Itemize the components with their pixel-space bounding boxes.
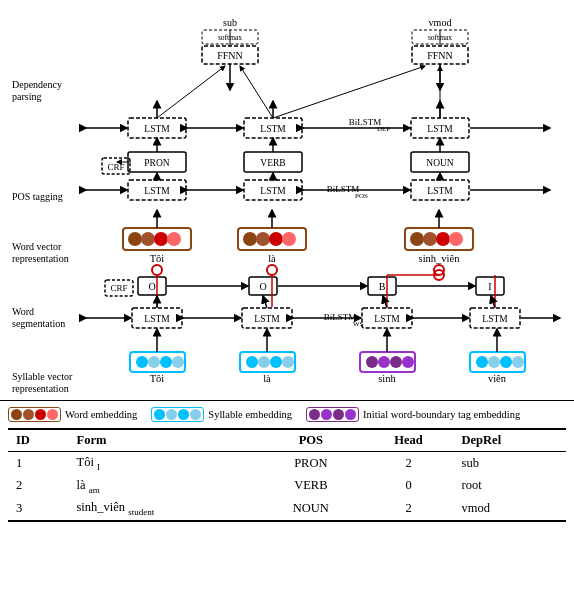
syllable-embedding-label: Syllable embedding — [208, 409, 292, 420]
cell-deprel-1: sub — [454, 452, 566, 475]
svg-point-13 — [378, 356, 390, 368]
word-vector-label: Word vector — [12, 241, 62, 252]
svg-point-35 — [154, 232, 168, 246]
word-text-la: là — [268, 253, 276, 264]
cell-id-3: 3 — [8, 497, 69, 521]
svg-text:O: O — [148, 281, 155, 292]
svg-point-45 — [152, 265, 162, 275]
cell-head-2: 0 — [364, 475, 454, 498]
col-head: Head — [364, 429, 454, 452]
dep-sub-label: sub — [223, 17, 237, 28]
svg-point-19 — [512, 356, 524, 368]
dep-parsing-label: Dependency — [12, 79, 62, 90]
svg-point-6 — [160, 356, 172, 368]
svg-point-44 — [449, 232, 463, 246]
svg-point-41 — [410, 232, 424, 246]
cell-id-2: 2 — [8, 475, 69, 498]
boundary-embedding-legend: Initial word-boundary tag embedding — [306, 407, 520, 422]
svg-point-33 — [128, 232, 142, 246]
cell-pos-3: NOUN — [258, 497, 363, 521]
svg-text:LSTM: LSTM — [482, 314, 508, 324]
svg-line-92 — [273, 66, 425, 118]
svg-point-36 — [167, 232, 181, 246]
col-deprel: DepRel — [454, 429, 566, 452]
svg-point-37 — [243, 232, 257, 246]
cell-head-3: 2 — [364, 497, 454, 521]
svg-point-7 — [172, 356, 184, 368]
svg-point-40 — [282, 232, 296, 246]
svg-text:DEP: DEP — [377, 125, 390, 133]
svg-line-90 — [157, 66, 225, 118]
word-embedding-legend: Word embedding — [8, 407, 137, 422]
dep-vmod-label: vmod — [429, 17, 452, 28]
svg-point-46 — [267, 265, 277, 275]
svg-text:PRON: PRON — [144, 158, 169, 168]
table-container: ID Form POS Head DepRel 1 Tôi I PRON 2 s… — [0, 428, 574, 530]
table-row: 3 sinh_viên student NOUN 2 vmod — [8, 497, 566, 521]
svg-text:segmentation: segmentation — [12, 318, 65, 329]
cell-form-2: là am — [69, 475, 259, 498]
cell-form-3: sinh_viên student — [69, 497, 259, 521]
svg-point-14 — [390, 356, 402, 368]
svg-point-17 — [488, 356, 500, 368]
svg-point-34 — [141, 232, 155, 246]
svg-point-4 — [136, 356, 148, 368]
svg-point-18 — [500, 356, 512, 368]
svg-text:LSTM: LSTM — [144, 314, 170, 324]
svg-point-11 — [282, 356, 294, 368]
svg-point-43 — [436, 232, 450, 246]
syllable-word-vien: viên — [488, 373, 507, 384]
annotation-table: ID Form POS Head DepRel 1 Tôi I PRON 2 s… — [8, 428, 566, 522]
architecture-diagram: Syllable vector representation Word segm… — [10, 10, 564, 400]
svg-point-16 — [476, 356, 488, 368]
table-row: 2 là am VERB 0 root — [8, 475, 566, 498]
svg-text:LSTM: LSTM — [260, 124, 286, 134]
cell-head-1: 2 — [364, 452, 454, 475]
cell-pos-2: VERB — [258, 475, 363, 498]
legend: Word embedding Syllable embedding Initia… — [0, 400, 574, 428]
svg-line-89 — [240, 66, 273, 118]
svg-point-9 — [258, 356, 270, 368]
boundary-embedding-label: Initial word-boundary tag embedding — [363, 409, 520, 420]
svg-text:B: B — [379, 281, 386, 292]
syllable-word-toi: Tôi — [150, 373, 165, 384]
svg-text:NOUN: NOUN — [426, 158, 454, 168]
svg-point-42 — [423, 232, 437, 246]
table-row: 1 Tôi I PRON 2 sub — [8, 452, 566, 475]
svg-text:LSTM: LSTM — [427, 186, 453, 196]
svg-point-10 — [270, 356, 282, 368]
svg-point-38 — [256, 232, 270, 246]
word-seg-label: Word — [12, 306, 34, 317]
svg-text:LSTM: LSTM — [144, 124, 170, 134]
svg-text:POS: POS — [355, 192, 368, 200]
cell-pos-1: PRON — [258, 452, 363, 475]
svg-text:VERB: VERB — [260, 158, 285, 168]
svg-text:representation: representation — [12, 253, 69, 264]
syllable-embedding-legend: Syllable embedding — [151, 407, 292, 422]
svg-text:CRF: CRF — [107, 162, 124, 172]
svg-text:LSTM: LSTM — [144, 186, 170, 196]
syllable-vector-label: Syllable vector — [12, 371, 73, 382]
svg-point-39 — [269, 232, 283, 246]
svg-text:representation: representation — [12, 383, 69, 394]
svg-line-94 — [263, 296, 267, 308]
cell-deprel-3: vmod — [454, 497, 566, 521]
syllable-word-la: là — [263, 373, 271, 384]
syllable-word-sinh: sinh — [378, 373, 396, 384]
word-text-toi: Tôi — [150, 253, 165, 264]
svg-point-15 — [402, 356, 414, 368]
svg-text:I: I — [488, 281, 491, 292]
word-embedding-label: Word embedding — [65, 409, 137, 420]
cell-id-1: 1 — [8, 452, 69, 475]
diagram-container: Syllable vector representation Word segm… — [0, 0, 574, 400]
svg-text:LSTM: LSTM — [427, 124, 453, 134]
svg-text:CRF: CRF — [110, 283, 127, 293]
word-text-sinhvien: sinh_viên — [419, 253, 461, 264]
col-id: ID — [8, 429, 69, 452]
svg-text:LSTM: LSTM — [260, 186, 286, 196]
cell-form-1: Tôi I — [69, 452, 259, 475]
svg-point-8 — [246, 356, 258, 368]
svg-text:FFNN: FFNN — [427, 50, 453, 61]
svg-point-5 — [148, 356, 160, 368]
svg-text:O: O — [259, 281, 266, 292]
